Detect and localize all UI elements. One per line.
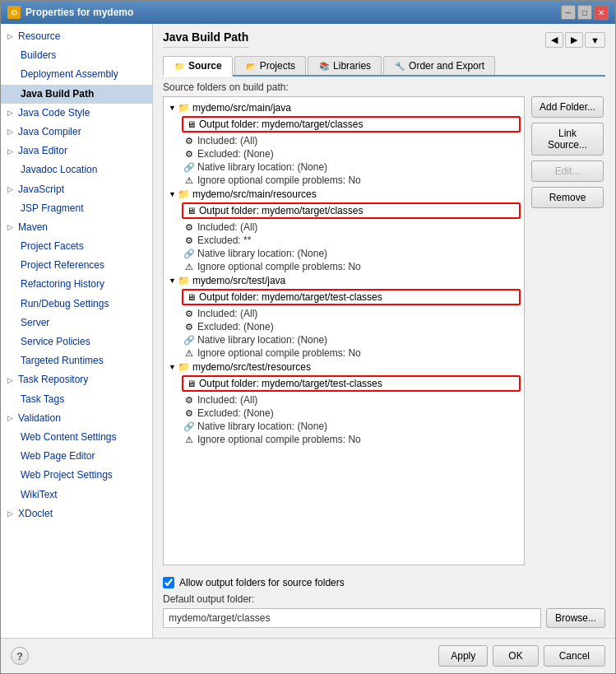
expand-icon: ▷ [7, 126, 13, 137]
allow-output-row: Allow output folders for source folders [163, 577, 605, 588]
dropdown-button[interactable]: ▼ [585, 32, 605, 48]
sidebar-label: Builders [21, 48, 56, 63]
tab-source[interactable]: 📁 Source [163, 56, 233, 77]
footer-left: ? [11, 647, 29, 665]
sidebar: ▷ Resource Builders Deployment Assembly … [1, 24, 153, 638]
tab-order-export[interactable]: 🔧 Order and Export [383, 56, 495, 75]
sidebar-item-java-compiler[interactable]: ▷ Java Compiler [1, 123, 152, 142]
sidebar-item-java-code-style[interactable]: ▷ Java Code Style [1, 104, 152, 123]
nav-buttons: ◀ ▶ ▼ [545, 32, 605, 48]
sidebar-item-builders[interactable]: Builders [1, 46, 152, 65]
sidebar-item-project-facets[interactable]: Project Facets [1, 237, 152, 256]
sidebar-item-server[interactable]: Server [1, 314, 152, 332]
sidebar-item-resource[interactable]: ▷ Resource [1, 27, 152, 46]
sidebar-item-deployment-assembly[interactable]: Deployment Assembly [1, 65, 152, 84]
tab-projects-label: Projects [260, 60, 295, 72]
dialog-icon: ⚙ [7, 6, 21, 19]
excluded-icon: ⚙ [183, 148, 195, 160]
sidebar-item-java-editor[interactable]: ▷ Java Editor [1, 142, 152, 160]
folder-row[interactable]: ▼ 📁 mydemo/src/main/resources [167, 188, 521, 201]
tab-libraries[interactable]: 📚 Libraries [308, 56, 382, 75]
sidebar-item-java-build-path[interactable]: Java Build Path [1, 85, 152, 104]
back-button[interactable]: ◀ [545, 32, 563, 48]
close-button[interactable]: ✕ [594, 5, 609, 20]
source-folders-label: Source folders on build path: [163, 81, 605, 93]
included-icon: ⚙ [183, 394, 195, 406]
included-text: Included: (All) [197, 221, 257, 233]
maximize-button[interactable]: □ [577, 5, 592, 20]
ignore-compile-row: ⚠ Ignore optional compile problems: No [182, 260, 521, 273]
cancel-button[interactable]: Cancel [544, 645, 605, 667]
default-output-label: Default output folder: [163, 593, 605, 605]
native-lib-icon: 🔗 [183, 334, 195, 346]
ignore-icon: ⚠ [183, 434, 195, 445]
sidebar-label: XDoclet [18, 506, 53, 522]
native-lib-text: Native library location: (None) [197, 334, 327, 346]
projects-tab-icon: 📂 [245, 60, 257, 72]
sidebar-item-web-page-editor[interactable]: Web Page Editor [1, 447, 152, 466]
expand-icon: ▷ [7, 221, 13, 233]
included-icon: ⚙ [183, 308, 195, 319]
source-tree[interactable]: ▼ 📁 mydemo/src/main/java 🖥 Output folder… [163, 96, 525, 565]
footer-right: Apply OK Cancel [438, 645, 605, 667]
folder-path: mydemo/src/test/java [192, 275, 285, 286]
minimize-button[interactable]: ─ [561, 5, 576, 20]
title-bar: ⚙ Properties for mydemo ─ □ ✕ [1, 1, 615, 24]
expand-icon: ▼ [169, 190, 176, 198]
sidebar-item-project-references[interactable]: Project References [1, 256, 152, 275]
sidebar-item-web-project-settings[interactable]: Web Project Settings [1, 466, 152, 485]
sidebar-item-targeted-runtimes[interactable]: Targeted Runtimes [1, 351, 152, 370]
apply-button[interactable]: Apply [438, 645, 488, 667]
excluded-text: Excluded: ** [197, 235, 251, 246]
sidebar-item-javascript[interactable]: ▷ JavaScript [1, 180, 152, 199]
included-row: ⚙ Included: (All) [182, 221, 521, 234]
output-icon: 🖥 [185, 291, 197, 303]
sidebar-item-service-policies[interactable]: Service Policies [1, 332, 152, 351]
expand-icon: ▷ [7, 30, 13, 42]
tab-libraries-label: Libraries [333, 60, 371, 72]
help-button[interactable]: ? [11, 647, 29, 665]
default-output-field[interactable] [163, 608, 541, 628]
sidebar-item-wikitext[interactable]: WikiText [1, 486, 152, 504]
tab-projects[interactable]: 📂 Projects [234, 56, 306, 75]
expand-icon: ▷ [7, 374, 13, 386]
forward-button[interactable]: ▶ [565, 32, 583, 48]
folder-row[interactable]: ▼ 📁 mydemo/src/test/java [167, 274, 521, 287]
sidebar-label: Javadoc Location [21, 162, 97, 178]
sidebar-label: Task Repository [18, 372, 88, 388]
dialog-title: Properties for mydemo [25, 7, 133, 18]
sidebar-label: Deployment Assembly [21, 67, 118, 82]
dialog-footer: ? Apply OK Cancel [1, 638, 615, 673]
folder-row[interactable]: ▼ 📁 mydemo/src/main/java [167, 101, 521, 114]
expand-icon: ▷ [7, 107, 13, 119]
sidebar-item-run-debug-settings[interactable]: Run/Debug Settings [1, 295, 152, 314]
browse-button[interactable]: Browse... [546, 608, 605, 628]
output-folder-row: 🖥 Output folder: mydemo/target/test-clas… [182, 375, 521, 392]
sidebar-item-validation[interactable]: ▷ Validation [1, 409, 152, 428]
sidebar-label: Service Policies [21, 334, 90, 350]
ignore-text: Ignore optional compile problems: No [197, 174, 361, 186]
allow-output-checkbox[interactable] [163, 577, 174, 588]
sidebar-item-task-tags[interactable]: Task Tags [1, 390, 152, 409]
ignore-text: Ignore optional compile problems: No [197, 347, 361, 359]
expand-icon: ▷ [7, 508, 13, 519]
sidebar-item-javadoc-location[interactable]: Javadoc Location [1, 160, 152, 179]
sidebar-item-maven[interactable]: ▷ Maven [1, 218, 152, 237]
sidebar-item-xdoclet[interactable]: ▷ XDoclet [1, 504, 152, 523]
main-content: Java Build Path ◀ ▶ ▼ 📁 Source 📂 Project… [153, 24, 615, 638]
link-source-button[interactable]: Link Source... [531, 123, 604, 156]
sidebar-item-refactoring-history[interactable]: Refactoring History [1, 275, 152, 294]
sidebar-item-jsp-fragment[interactable]: JSP Fragment [1, 199, 152, 218]
folder-row[interactable]: ▼ 📁 mydemo/src/test/resources [167, 360, 521, 374]
edit-button[interactable]: Edit... [531, 160, 604, 182]
folder-path: mydemo/src/test/resources [192, 361, 311, 373]
sidebar-label: JavaScript [18, 182, 64, 198]
remove-button[interactable]: Remove [531, 187, 604, 208]
add-folder-button[interactable]: Add Folder... [531, 96, 604, 118]
sidebar-label: Project Facets [21, 239, 84, 254]
properties-dialog: ⚙ Properties for mydemo ─ □ ✕ ▷ Resource… [0, 0, 616, 674]
sidebar-item-task-repository[interactable]: ▷ Task Repository [1, 370, 152, 389]
ok-button[interactable]: OK [493, 645, 538, 667]
sidebar-item-web-content-settings[interactable]: Web Content Settings [1, 428, 152, 447]
native-lib-text: Native library location: (None) [197, 248, 327, 259]
